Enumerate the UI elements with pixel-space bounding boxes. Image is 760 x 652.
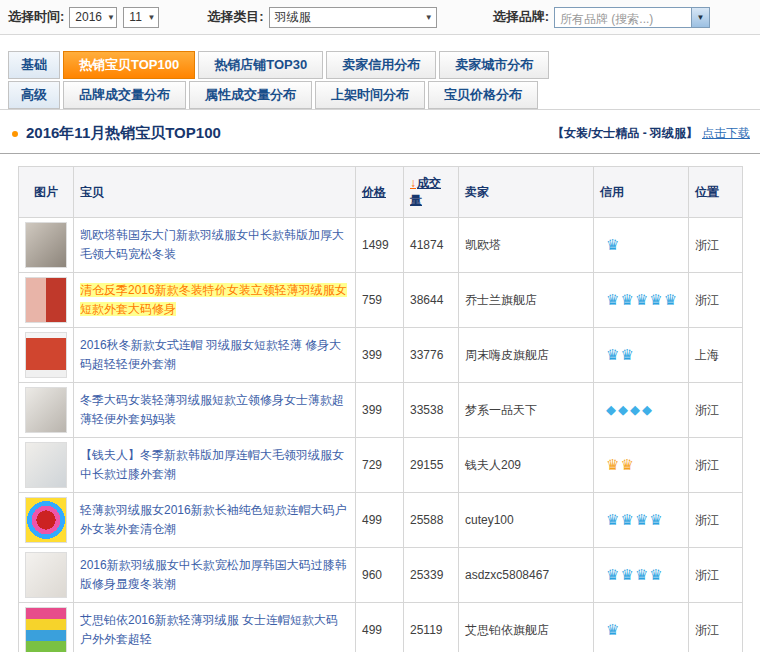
location-cell: 浙江 bbox=[689, 548, 743, 603]
item-title-link[interactable]: 轻薄款羽绒服女2016新款长袖纯色短款连帽大码户外女装外套清仓潮 bbox=[80, 501, 349, 538]
price-cell: 960 bbox=[356, 548, 404, 603]
location-cell: 浙江 bbox=[689, 273, 743, 328]
month-select[interactable]: 11 ▼ bbox=[123, 7, 159, 28]
item-title-link[interactable]: 凯欧塔韩国东大门新款羽绒服女中长款韩版加厚大毛领大码宽松冬装 bbox=[80, 226, 349, 263]
price-cell: 1499 bbox=[356, 218, 404, 273]
seller-cell: 梦系一品天下 bbox=[459, 383, 594, 438]
volume-cell: 33776 bbox=[404, 328, 459, 383]
category-breadcrumb: 【女装/女士精品 - 羽绒服】 bbox=[552, 125, 698, 142]
volume-cell: 41874 bbox=[404, 218, 459, 273]
volume-cell: 25588 bbox=[404, 493, 459, 548]
blue-crown-icon: ♛ bbox=[649, 291, 662, 308]
table-row: 2016秋冬新款女式连帽 羽绒服女短款轻薄 修身大码超轻轻便外套潮 399 33… bbox=[19, 328, 743, 383]
tab-listing-time-distribution[interactable]: 上架时间分布 bbox=[315, 81, 425, 109]
price-cell: 759 bbox=[356, 273, 404, 328]
brand-search-input[interactable]: 所有品牌 (搜索...) bbox=[555, 8, 691, 27]
volume-cell: 25339 bbox=[404, 548, 459, 603]
tab-brand-volume-distribution[interactable]: 品牌成交量分布 bbox=[63, 81, 186, 109]
item-title-link[interactable]: 清仓反季2016新款冬装特价女装立领轻薄羽绒服女短款外套大码修身 bbox=[80, 281, 349, 318]
filter-bar: 选择时间: 2016 ▼ 11 ▼ 选择类目: 羽绒服 ▼ 选择品牌: 所有品牌… bbox=[0, 0, 760, 35]
page-title: 2016年11月热销宝贝TOP100 bbox=[26, 124, 221, 143]
price-cell: 499 bbox=[356, 603, 404, 652]
seller-cell: 钱夫人209 bbox=[459, 438, 594, 493]
blue-crown-icon: ♛ bbox=[606, 346, 619, 363]
item-title-link[interactable]: 2016秋冬新款女式连帽 羽绒服女短款轻薄 修身大码超轻轻便外套潮 bbox=[80, 336, 349, 373]
seller-cell: asdzxc5808467 bbox=[459, 548, 594, 603]
diamond-icon: ◆ bbox=[630, 402, 640, 417]
price-cell: 399 bbox=[356, 383, 404, 438]
blue-crown-icon: ♛ bbox=[635, 566, 648, 583]
table-header-row: 图片 宝贝 价格 ↓成交量 卖家 信用 位置 bbox=[19, 167, 743, 218]
tab-seller-city-distribution[interactable]: 卖家城市分布 bbox=[439, 51, 549, 79]
location-cell: 浙江 bbox=[689, 218, 743, 273]
chevron-down-icon: ▼ bbox=[107, 13, 115, 22]
product-thumbnail[interactable] bbox=[25, 387, 67, 433]
hot-items-table: 图片 宝贝 价格 ↓成交量 卖家 信用 位置 凯欧塔韩国东大门新款羽绒服女中长款… bbox=[18, 166, 743, 652]
tab-group-basic[interactable]: 基础 bbox=[8, 51, 60, 79]
tabs-area: 基础 热销宝贝TOP100 热销店铺TOP30 卖家信用分布 卖家城市分布 高级… bbox=[0, 35, 760, 110]
basic-tab-row: 基础 热销宝贝TOP100 热销店铺TOP30 卖家信用分布 卖家城市分布 bbox=[8, 51, 752, 79]
chevron-down-icon: ▼ bbox=[425, 13, 433, 22]
credit-cell: ♛♛ bbox=[594, 328, 689, 383]
tab-group-advanced[interactable]: 高级 bbox=[8, 81, 60, 109]
price-cell: 499 bbox=[356, 493, 404, 548]
blue-crown-icon: ♛ bbox=[620, 511, 633, 528]
product-thumbnail[interactable] bbox=[25, 497, 67, 543]
item-title-link[interactable]: 艾思铂依2016新款轻薄羽绒服 女士连帽短款大码户外外套超轻 bbox=[80, 611, 349, 648]
chevron-down-icon: ▼ bbox=[147, 13, 155, 22]
tab-hot-items-top100[interactable]: 热销宝贝TOP100 bbox=[63, 51, 195, 79]
table-row: 2016新款羽绒服女中长款宽松加厚韩国大码过膝韩版修身显瘦冬装潮 960 253… bbox=[19, 548, 743, 603]
product-thumbnail[interactable] bbox=[25, 222, 67, 268]
blue-crown-icon: ♛ bbox=[606, 566, 619, 583]
credit-cell: ♛♛♛♛ bbox=[594, 548, 689, 603]
gold-crown-icon: ♛ bbox=[620, 456, 633, 473]
header-seller: 卖家 bbox=[459, 167, 594, 218]
gold-crown-icon: ♛ bbox=[606, 456, 619, 473]
seller-cell: cutey100 bbox=[459, 493, 594, 548]
item-title-link[interactable]: 2016新款羽绒服女中长款宽松加厚韩国大码过膝韩版修身显瘦冬装潮 bbox=[80, 556, 349, 593]
tab-seller-credit-distribution[interactable]: 卖家信用分布 bbox=[326, 51, 436, 79]
product-thumbnail[interactable] bbox=[25, 277, 67, 323]
product-thumbnail[interactable] bbox=[25, 442, 67, 488]
brand-dropdown-button[interactable]: ▼ bbox=[691, 8, 709, 27]
product-thumbnail[interactable] bbox=[25, 607, 67, 652]
diamond-icon: ◆ bbox=[606, 402, 616, 417]
category-filter-label: 选择类目: bbox=[207, 8, 263, 26]
table-row: 清仓反季2016新款冬装特价女装立领轻薄羽绒服女短款外套大码修身 759 386… bbox=[19, 273, 743, 328]
blue-crown-icon: ♛ bbox=[649, 566, 662, 583]
blue-crown-icon: ♛ bbox=[635, 291, 648, 308]
location-cell: 上海 bbox=[689, 328, 743, 383]
blue-crown-icon: ♛ bbox=[635, 511, 648, 528]
credit-cell: ♛ bbox=[594, 218, 689, 273]
brand-combobox: 所有品牌 (搜索...) ▼ bbox=[554, 7, 710, 28]
table-row: 【钱夫人】冬季新款韩版加厚连帽大毛领羽绒服女中长款过膝外套潮 729 29155… bbox=[19, 438, 743, 493]
table-row: 艾思铂依2016新款轻薄羽绒服 女士连帽短款大码户外外套超轻 499 25119… bbox=[19, 603, 743, 652]
year-select[interactable]: 2016 ▼ bbox=[69, 7, 117, 28]
blue-crown-icon: ♛ bbox=[620, 291, 633, 308]
tab-item-price-distribution[interactable]: 宝贝价格分布 bbox=[428, 81, 538, 109]
section-header: 2016年11月热销宝贝TOP100 【女装/女士精品 - 羽绒服】 点击下载 bbox=[0, 110, 760, 154]
header-credit: 信用 bbox=[594, 167, 689, 218]
location-cell: 浙江 bbox=[689, 603, 743, 652]
sort-descending-icon: ↓ bbox=[410, 176, 416, 190]
category-select[interactable]: 羽绒服 ▼ bbox=[269, 7, 437, 28]
header-volume-sort[interactable]: ↓成交量 bbox=[404, 167, 459, 218]
item-title-link[interactable]: 【钱夫人】冬季新款韩版加厚连帽大毛领羽绒服女中长款过膝外套潮 bbox=[80, 446, 349, 483]
tab-hot-shops-top30[interactable]: 热销店铺TOP30 bbox=[198, 51, 323, 79]
header-price-sort[interactable]: 价格 bbox=[356, 167, 404, 218]
item-title-link[interactable]: 冬季大码女装轻薄羽绒服短款立领修身女士薄款超薄轻便外套妈妈装 bbox=[80, 391, 349, 428]
credit-cell: ◆◆◆◆ bbox=[594, 383, 689, 438]
product-thumbnail[interactable] bbox=[25, 332, 67, 378]
price-cell: 399 bbox=[356, 328, 404, 383]
year-select-value: 2016 bbox=[75, 10, 102, 24]
category-select-value: 羽绒服 bbox=[275, 9, 311, 26]
product-thumbnail[interactable] bbox=[25, 552, 67, 598]
tab-attribute-volume-distribution[interactable]: 属性成交量分布 bbox=[189, 81, 312, 109]
table-row: 凯欧塔韩国东大门新款羽绒服女中长款韩版加厚大毛领大码宽松冬装 1499 4187… bbox=[19, 218, 743, 273]
blue-crown-icon: ♛ bbox=[606, 511, 619, 528]
download-link[interactable]: 点击下载 bbox=[702, 125, 750, 142]
volume-cell: 29155 bbox=[404, 438, 459, 493]
section-bullet-icon bbox=[12, 131, 18, 137]
volume-cell: 38644 bbox=[404, 273, 459, 328]
blue-crown-icon: ♛ bbox=[664, 291, 677, 308]
